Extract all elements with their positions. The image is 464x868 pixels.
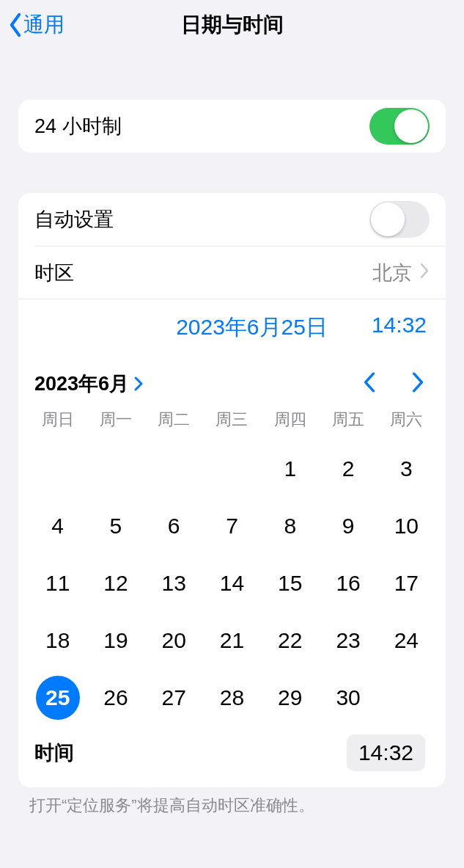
switch-auto-set[interactable] xyxy=(369,201,430,238)
group-24hour: 24 小时制 xyxy=(18,100,446,153)
row-timezone[interactable]: 时区 北京 xyxy=(34,246,446,299)
weekday-label: 周一 xyxy=(86,409,144,431)
day-cell[interactable]: 15 xyxy=(261,561,319,605)
day-cell[interactable]: 5 xyxy=(86,504,144,548)
day-cell[interactable]: 16 xyxy=(319,561,377,605)
day-cell[interactable]: 8 xyxy=(261,504,319,548)
day-cell[interactable]: 21 xyxy=(203,619,261,663)
day-cell[interactable]: 1 xyxy=(261,447,319,491)
day-cell[interactable]: 11 xyxy=(29,561,86,605)
weekday-label: 周六 xyxy=(378,409,435,431)
day-cell[interactable]: 23 xyxy=(319,619,377,663)
day-cell[interactable]: 26 xyxy=(86,676,144,720)
weekday-label: 周二 xyxy=(145,409,203,431)
day-cell[interactable]: 3 xyxy=(378,447,435,491)
label-auto-set: 自动设置 xyxy=(34,206,114,233)
day-cell-empty xyxy=(203,447,261,491)
day-cell-empty xyxy=(29,447,86,491)
day-cell-empty xyxy=(86,447,144,491)
nav-bar: 通用 日期与时间 xyxy=(0,0,464,50)
chevron-right-icon xyxy=(410,371,425,393)
selected-time[interactable]: 14:32 xyxy=(372,313,427,343)
day-cell[interactable]: 22 xyxy=(261,619,319,663)
day-cell[interactable]: 19 xyxy=(86,619,144,663)
day-cell[interactable]: 27 xyxy=(145,676,203,720)
row-24hour: 24 小时制 xyxy=(18,100,446,153)
next-month-button[interactable] xyxy=(410,371,425,396)
label-timezone: 时区 xyxy=(34,260,74,286)
group-datetime: 自动设置 时区 北京 2023年6月25日 14:32 2023年6月 xyxy=(18,193,446,787)
month-picker[interactable]: 2023年6月 xyxy=(34,371,144,397)
weekday-label: 周三 xyxy=(203,409,261,431)
weekday-label: 周日 xyxy=(29,409,86,431)
weekday-label: 周五 xyxy=(319,409,377,431)
row-auto-set: 自动设置 xyxy=(18,193,446,246)
label-time: 时间 xyxy=(34,740,74,766)
selected-date[interactable]: 2023年6月25日 xyxy=(176,313,328,343)
month-label: 2023年6月 xyxy=(34,371,129,397)
row-selected-datetime: 2023年6月25日 14:32 xyxy=(18,299,446,359)
day-cell[interactable]: 2 xyxy=(319,447,377,491)
day-cell[interactable]: 10 xyxy=(378,504,435,548)
day-cell[interactable]: 7 xyxy=(203,504,261,548)
day-cell[interactable]: 17 xyxy=(378,561,435,605)
time-picker[interactable]: 14:32 xyxy=(347,734,425,771)
day-grid: 1234567891011121314151617181920212223242… xyxy=(29,434,435,723)
day-cell[interactable]: 14 xyxy=(203,561,261,605)
day-cell-empty xyxy=(145,447,203,491)
back-label: 通用 xyxy=(23,11,65,39)
chevron-right-icon xyxy=(419,261,430,284)
day-cell[interactable]: 6 xyxy=(145,504,203,548)
chevron-left-icon xyxy=(362,371,377,393)
day-cell[interactable]: 25 xyxy=(29,676,86,720)
day-cell[interactable]: 24 xyxy=(378,619,435,663)
page-title: 日期与时间 xyxy=(0,11,464,39)
day-cell[interactable]: 4 xyxy=(29,504,86,548)
chevron-right-icon xyxy=(133,376,144,392)
label-24hour: 24 小时制 xyxy=(34,113,122,139)
weekday-header: 周日周一周二周三周四周五周六 xyxy=(29,409,435,434)
chevron-left-icon xyxy=(7,12,23,38)
day-cell[interactable]: 30 xyxy=(319,676,377,720)
day-cell[interactable]: 28 xyxy=(203,676,261,720)
prev-month-button[interactable] xyxy=(362,371,377,396)
day-cell[interactable]: 9 xyxy=(319,504,377,548)
day-cell[interactable]: 20 xyxy=(145,619,203,663)
calendar: 2023年6月 周日周一周二周三周四周五周六 1234567 xyxy=(18,359,446,787)
day-cell[interactable]: 29 xyxy=(261,676,319,720)
day-cell[interactable]: 12 xyxy=(86,561,144,605)
footer-hint: 打开“定位服务”将提高自动时区准确性。 xyxy=(29,795,435,817)
row-time: 时间 14:32 xyxy=(29,723,435,787)
value-timezone: 北京 xyxy=(372,260,412,286)
day-cell[interactable]: 18 xyxy=(29,619,86,663)
weekday-label: 周四 xyxy=(261,409,319,431)
back-button[interactable]: 通用 xyxy=(0,11,65,39)
day-cell[interactable]: 13 xyxy=(145,561,203,605)
switch-24hour[interactable] xyxy=(369,108,430,145)
